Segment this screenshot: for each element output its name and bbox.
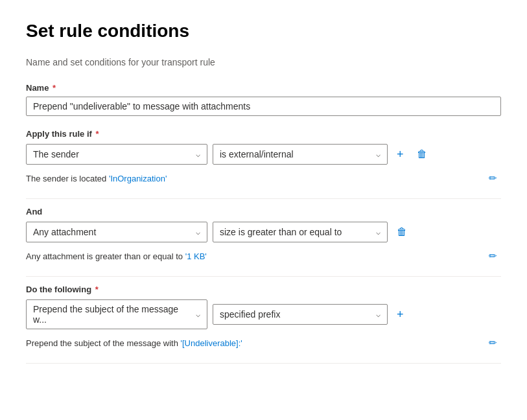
do-following-row: Prepend the subject of the message w... … xyxy=(26,299,501,329)
do-following-edit-button[interactable]: ✏ xyxy=(485,336,501,350)
and-rule-link[interactable]: '1 KB' xyxy=(185,251,207,261)
do-following-description: Prepend the subject of the message with … xyxy=(26,333,501,355)
pencil-icon-2: ✏ xyxy=(489,250,497,262)
divider-1 xyxy=(26,198,501,199)
do-following-right-chevron-icon: ⌵ xyxy=(376,310,381,319)
and-left-dropdown[interactable]: Any attachment ⌵ xyxy=(26,222,207,242)
divider-3 xyxy=(26,363,501,364)
do-following-add-button[interactable]: + xyxy=(393,305,408,324)
and-left-chevron-icon: ⌵ xyxy=(196,228,200,237)
do-following-left-dropdown[interactable]: Prepend the subject of the message w... … xyxy=(26,299,207,329)
apply-rule-label: Apply this rule if * xyxy=(26,129,501,139)
plus-icon: + xyxy=(397,148,404,161)
page-title: Set rule conditions xyxy=(26,21,501,41)
trash-icon-2: 🗑 xyxy=(397,226,407,238)
apply-rule-description: The sender is located 'InOrganization' ✏ xyxy=(26,169,501,191)
apply-rule-row: The sender ⌵ is external/internal ⌵ + 🗑 xyxy=(26,144,501,165)
and-rule-row: Any attachment ⌵ size is greater than or… xyxy=(26,222,501,242)
and-edit-button[interactable]: ✏ xyxy=(485,249,501,263)
page-subtitle: Name and set conditions for your transpo… xyxy=(26,57,501,67)
trash-icon: 🗑 xyxy=(417,148,427,160)
and-delete-button[interactable]: 🗑 xyxy=(393,224,411,240)
apply-rule-delete-button[interactable]: 🗑 xyxy=(413,146,431,163)
apply-rule-add-button[interactable]: + xyxy=(393,145,408,164)
apply-rule-right-dropdown[interactable]: is external/internal ⌵ xyxy=(213,144,388,165)
pencil-icon: ✏ xyxy=(489,172,497,184)
and-right-dropdown[interactable]: size is greater than or equal to ⌵ xyxy=(213,222,388,242)
name-required-indicator: * xyxy=(50,83,56,93)
and-label: And xyxy=(26,207,501,216)
name-label: Name * xyxy=(26,83,501,93)
do-following-label: Do the following * xyxy=(26,285,501,294)
and-description: Any attachment is greater than or equal … xyxy=(26,246,501,268)
do-following-link[interactable]: '[Undeliverable]:' xyxy=(180,338,242,348)
do-following-right-dropdown[interactable]: specified prefix ⌵ xyxy=(213,304,388,325)
apply-rule-edit-button[interactable]: ✏ xyxy=(485,171,501,185)
apply-rule-right-chevron-icon: ⌵ xyxy=(376,150,381,159)
apply-rule-link[interactable]: 'InOrganization' xyxy=(109,174,167,183)
and-right-chevron-icon: ⌵ xyxy=(376,228,381,237)
plus-icon-2: + xyxy=(397,308,404,321)
do-following-left-chevron-icon: ⌵ xyxy=(196,310,200,319)
rule-name-input[interactable]: Prepend "undeliverable" to message with … xyxy=(26,97,501,116)
pencil-icon-3: ✏ xyxy=(489,337,497,349)
apply-rule-left-chevron-icon: ⌵ xyxy=(196,150,200,159)
divider-2 xyxy=(26,276,501,277)
apply-rule-left-dropdown[interactable]: The sender ⌵ xyxy=(26,144,207,165)
